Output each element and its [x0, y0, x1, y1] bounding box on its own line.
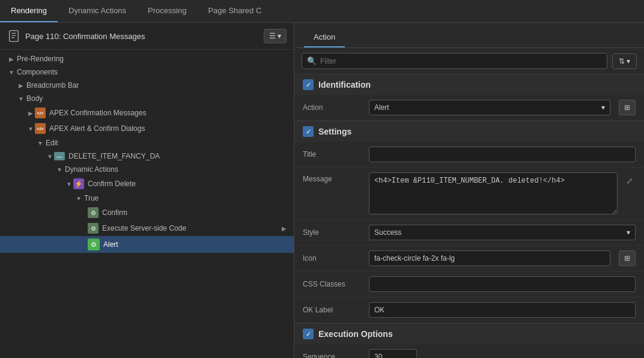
page-title: Page 110: Confirmation Messages	[25, 32, 259, 41]
tree-item-true[interactable]: ▼ True	[0, 192, 294, 205]
filter-input[interactable]	[320, 57, 602, 65]
tree-item-delete-item[interactable]: ▼ — DELETE_ITEM_FANCY_DA	[0, 150, 294, 163]
left-header: Page 110: Confirmation Messages ☰ ▾	[0, 23, 294, 50]
chevron-down-icon: ▾	[601, 103, 605, 112]
tree-label: APEX Confirmation Messages	[49, 109, 146, 117]
left-panel: Page 110: Confirmation Messages ☰ ▾ ▶ Pr…	[0, 23, 294, 358]
tree-label: Dynamic Actions	[65, 165, 118, 174]
action-select[interactable]: Alert ▾	[369, 100, 610, 115]
form-row-ok-label: OK Label	[294, 297, 644, 323]
tab-action[interactable]: Action	[304, 28, 345, 47]
chevron-icon: ▼	[55, 165, 64, 174]
message-textarea[interactable]	[369, 172, 618, 214]
chevron-icon: ▼	[26, 124, 35, 133]
hamburger-button[interactable]: ☰ ▾	[264, 29, 287, 43]
chevron-icon: ▼	[36, 139, 44, 147]
section-title-identification: Identification	[318, 80, 371, 90]
section-settings: ✓ Settings Title Message ⤢ Style	[294, 121, 644, 324]
chevron-icon: ▶	[17, 81, 25, 90]
lightning-icon: ⚡	[73, 178, 84, 189]
chevron-icon: ▼	[7, 68, 16, 76]
chevron-icon: ▼	[46, 152, 54, 160]
tab-page-shared[interactable]: Page Shared C	[197, 0, 272, 22]
expand-icon[interactable]: ⤢	[624, 174, 636, 188]
tree-label: Confirm Delete	[88, 180, 136, 188]
style-select[interactable]: Success ▾	[369, 225, 636, 240]
top-tab-bar: Rendering Dynamic Actions Processing Pag…	[0, 0, 644, 23]
action-options-button[interactable]: ⊞	[619, 100, 636, 115]
tree-label: APEX Alert & Confirm Dialogs	[49, 124, 145, 133]
tree-label: Execute Server-side Code	[102, 224, 186, 232]
tree-item-alert[interactable]: ⚙ Alert	[0, 236, 294, 253]
tree-item-apex-alert[interactable]: ▼ </> APEX Alert & Confirm Dialogs	[0, 121, 294, 136]
action-tab-bar: Action	[294, 23, 644, 48]
section-execution-options: ✓ Execution Options Sequence	[294, 324, 644, 358]
filter-input-wrap: 🔍	[302, 53, 607, 69]
ok-label-input[interactable]	[369, 302, 636, 318]
chevron-icon: ▼	[17, 94, 25, 103]
action-value: Alert	[374, 103, 389, 112]
tree-item-confirm-delete[interactable]: ▼ ⚡ Confirm Delete	[0, 176, 294, 192]
section-header-execution[interactable]: ✓ Execution Options	[294, 324, 644, 344]
tree-label: Alert	[103, 240, 118, 249]
sort-button[interactable]: ⇅ ▾	[612, 53, 637, 69]
arrow-icon: ▶	[282, 225, 287, 232]
main-layout: Page 110: Confirmation Messages ☰ ▾ ▶ Pr…	[0, 23, 644, 358]
search-icon: 🔍	[307, 56, 317, 65]
form-label-title: Title	[303, 150, 363, 159]
tab-dynamic-actions[interactable]: Dynamic Actions	[58, 0, 137, 22]
tree-label: DELETE_ITEM_FANCY_DA	[68, 152, 160, 160]
section-check-icon: ✓	[303, 126, 314, 137]
tree: ▶ Pre-Rendering ▼ Components ▶ Breadcrum…	[0, 50, 294, 358]
form-row-icon: Icon ⊞	[294, 246, 644, 272]
tree-item-confirm[interactable]: ⚙ Confirm	[0, 205, 294, 220]
minus-icon: —	[54, 152, 65, 160]
section-identification: ✓ Identification Action Alert ▾ ⊞	[294, 74, 644, 121]
code-icon: </>	[35, 108, 46, 118]
icon-options-button[interactable]: ⊞	[619, 250, 636, 266]
section-title-settings: Settings	[318, 127, 351, 136]
tree-label: True	[84, 194, 99, 202]
tree-item-apex-confirmation[interactable]: ▶ </> APEX Confirmation Messages	[0, 105, 294, 121]
right-panel: Action 🔍 ⇅ ▾ ✓ Identification Action	[294, 23, 644, 358]
code-icon: </>	[35, 123, 46, 134]
sequence-input[interactable]	[369, 349, 417, 358]
style-value: Success	[374, 228, 401, 237]
tree-item-components[interactable]: ▼ Components	[0, 65, 294, 79]
tab-processing[interactable]: Processing	[137, 0, 197, 22]
tree-label: Components	[17, 68, 58, 76]
section-header-identification[interactable]: ✓ Identification	[294, 74, 644, 95]
title-input[interactable]	[369, 147, 636, 162]
chevron-icon: ▼	[65, 180, 73, 188]
tree-label: Edit	[46, 139, 58, 147]
tree-item-body[interactable]: ▼ Body	[0, 92, 294, 105]
right-content: ✓ Identification Action Alert ▾ ⊞ ✓ Sett…	[294, 74, 644, 358]
css-classes-input[interactable]	[369, 276, 636, 292]
form-row-style: Style Success ▾	[294, 220, 644, 246]
tree-item-edit[interactable]: ▼ Edit	[0, 136, 294, 150]
tree-label: Confirm	[102, 208, 127, 217]
chevron-icon: ▶	[26, 109, 35, 117]
form-label-css-classes: CSS Classes	[303, 280, 363, 288]
form-row-action: Action Alert ▾ ⊞	[294, 95, 644, 121]
gear-icon: ⚙	[88, 223, 99, 234]
section-title-execution: Execution Options	[318, 329, 393, 339]
icon-input[interactable]	[369, 250, 610, 266]
tree-item-execute-code[interactable]: ⚙ Execute Server-side Code ▶	[0, 220, 294, 236]
tree-label: Breadcrumb Bar	[26, 81, 79, 90]
form-label-ok-label: OK Label	[303, 306, 363, 314]
chevron-down-icon: ▾	[627, 228, 630, 237]
form-row-title: Title	[294, 142, 644, 168]
form-row-sequence: Sequence	[294, 344, 644, 358]
tree-item-dynamic-actions[interactable]: ▼ Dynamic Actions	[0, 163, 294, 176]
form-label-sequence: Sequence	[303, 353, 363, 358]
tab-rendering[interactable]: Rendering	[0, 0, 58, 22]
tree-item-breadcrumb[interactable]: ▶ Breadcrumb Bar	[0, 79, 294, 92]
tree-label: Pre-Rendering	[17, 55, 64, 63]
section-check-icon: ✓	[303, 329, 314, 339]
form-label-icon: Icon	[303, 254, 363, 262]
form-row-css-classes: CSS Classes	[294, 272, 644, 297]
tree-item-pre-rendering[interactable]: ▶ Pre-Rendering	[0, 52, 294, 65]
section-header-settings[interactable]: ✓ Settings	[294, 121, 644, 142]
tree-label: Body	[26, 94, 43, 103]
